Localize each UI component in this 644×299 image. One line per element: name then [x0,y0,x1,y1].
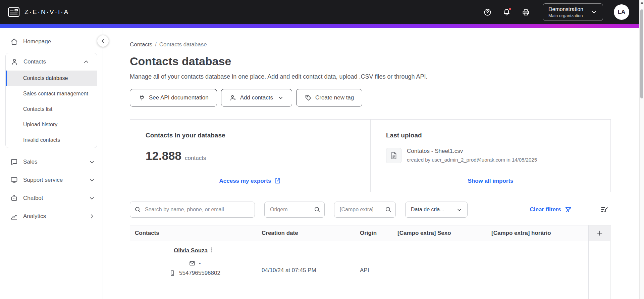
campo-extra-horario-cell [488,241,588,299]
create-new-tag-button[interactable]: Create new tag [296,89,362,106]
filters-row: Data de cria... Clear filters [130,202,611,218]
contact-phone-value: 5547965596802 [179,270,220,276]
contact-email-value: - [199,260,201,267]
origin-filter-field [264,202,325,218]
sidebar-item-label: Sales [23,159,38,165]
sidebar-item-label: Sales contact management [23,90,88,97]
add-contact-icon [229,94,237,101]
sidebar-item-label: Upload history [23,121,57,128]
scrollbar-up-arrow[interactable] [641,2,643,4]
tag-icon [305,94,312,101]
sidebar-item-contacts-list[interactable]: Contacts list [6,101,97,117]
help-icon[interactable] [483,8,492,16]
sidebar-collapse-button[interactable] [97,35,109,47]
filter-icon[interactable] [600,205,609,214]
organization-labels: Demonstration Main organization [548,6,583,18]
table-row: Olivia Souza [130,241,610,299]
see-api-documentation-button[interactable]: See API documentation [130,89,217,106]
add-column-body-cell [588,241,611,299]
sidebar-item-upload-history[interactable]: Upload history [6,117,97,132]
page-scrollbar[interactable] [639,0,644,299]
show-all-imports-link[interactable]: Show all imports [468,178,513,184]
sidebar-item-label: Chatbot [23,195,43,202]
file-name: Contatos - Sheet1.csv [407,148,537,155]
file-meta: created by user_admin_2_prod@uorak.com i… [407,157,537,163]
sidebar-item-contacts-database[interactable]: Contacts database [6,71,97,86]
breadcrumb-contacts[interactable]: Contacts [130,41,152,48]
sales-icon [10,158,18,166]
sidebar-item-invalid-contacts[interactable]: Invalid contacts [6,132,97,148]
last-upload-card: Last upload Contatos - Sheet1.csv create… [370,120,610,192]
column-header-origin[interactable]: Origin [357,225,394,241]
creation-date-filter-select[interactable]: Data de cria... [405,202,468,218]
add-contacts-button[interactable]: Add contacts [221,89,292,106]
export-icon [274,177,281,184]
printer-icon[interactable] [522,8,530,16]
search-input[interactable] [130,202,255,218]
breadcrumb-separator: / [155,41,157,48]
card-title: Contacts in your database [146,132,355,139]
contact-email: - [189,260,201,267]
sidebar-item-analytics[interactable]: Analytics [0,207,103,225]
campo-extra-sexo-cell [394,241,488,299]
topbar: Z·E·N·V·I·A Demonstrati [0,0,644,24]
sidebar-item-label: Homepage [23,38,51,45]
sidebar-item-support-service[interactable]: Support service [0,171,103,189]
search-icon [314,206,321,213]
contacts-person-icon [10,58,18,66]
user-avatar[interactable]: LA [614,4,629,20]
row-menu-icon[interactable] [208,246,216,254]
sidebar-item-contacts[interactable]: Contacts [6,53,97,71]
chevron-down-icon [591,9,597,15]
scrollbar-thumb[interactable] [640,9,643,98]
breadcrumb: Contacts / Contacts database [130,41,611,48]
card-title: Last upload [386,132,595,139]
clear-filters-link[interactable]: Clear filters [530,206,572,213]
sidebar-item-sales[interactable]: Sales [0,153,103,171]
sidebar-item-label: Contacts database [23,75,68,82]
brand-text: Z·E·N·V·I·A [24,8,69,16]
zenvia-logo[interactable]: Z·E·N·V·I·A [7,6,69,18]
notifications-bell-icon[interactable] [502,8,511,16]
main-content: Contacts / Contacts database Contacts da… [103,28,644,299]
breadcrumb-current[interactable]: Contacts database [159,41,207,48]
contact-name-link[interactable]: Olivia Souza [174,246,208,254]
sidebar-group-contacts: Contacts Contacts database Sales contact… [5,53,97,148]
origin-cell: API [357,241,394,299]
sidebar-item-homepage[interactable]: Homepage [0,33,103,51]
link-label: Show all imports [468,178,513,184]
contacts-count-card: Contacts in your database 12.888 contact… [130,120,370,192]
clear-filters-funnel-icon [565,206,572,213]
extra-field-filter [334,202,396,218]
column-header-campo-extra-horario[interactable]: [Campo extra] horário [488,225,588,241]
brand-gradient-bar [0,24,644,28]
sidebar-item-chatbot[interactable]: Chatbot [0,189,103,207]
search-icon [385,206,392,213]
chatbot-icon [10,194,18,202]
notification-badge [508,7,512,11]
column-header-campo-extra-sexo[interactable]: [Campo extra] Sexo [394,225,488,241]
chevron-down-icon [89,177,95,183]
organization-switcher[interactable]: Demonstration Main organization [543,3,603,21]
organization-subtitle: Main organization [548,13,583,18]
add-column-button[interactable] [588,225,611,241]
contacts-table: Contacts Creation date Origin [Campo ext… [130,225,611,299]
sidebar-item-label: Invalid contacts [23,137,60,143]
phone-icon [169,270,176,276]
link-label: Clear filters [530,206,561,213]
date-filter-label: Data de cria... [411,207,444,213]
button-label: Create new tag [315,94,354,101]
table-header-row: Contacts Creation date Origin [Campo ext… [130,225,610,241]
sidebar: Homepage Contacts Contacts database Sale… [0,28,103,299]
sidebar-item-label: Support service [23,177,63,183]
column-header-contacts[interactable]: Contacts [130,225,258,241]
email-icon [189,260,196,267]
page-title: Contacts database [130,55,611,68]
access-my-exports-link[interactable]: Access my exports [219,177,281,184]
sidebar-item-label: Contacts list [23,106,52,113]
analytics-icon [10,212,18,220]
sidebar-item-sales-contact-management[interactable]: Sales contact management [6,86,97,101]
column-header-creation-date[interactable]: Creation date [258,225,357,241]
button-label: See API documentation [149,94,209,101]
home-icon [10,38,18,46]
